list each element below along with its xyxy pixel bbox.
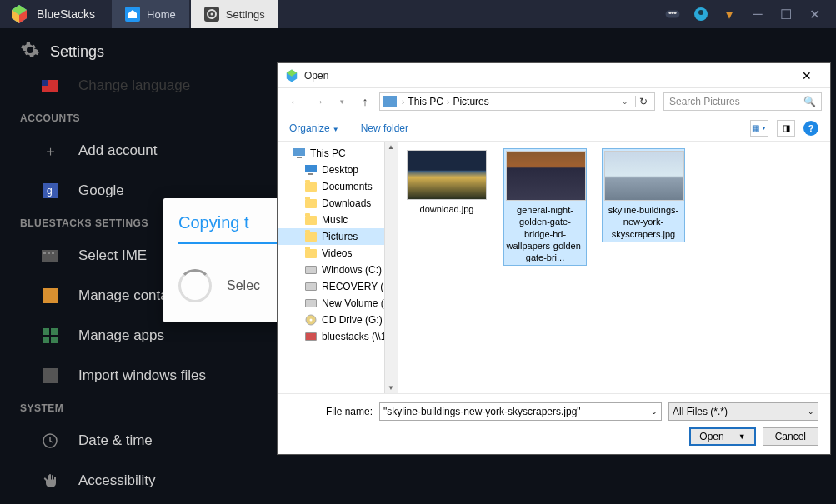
tree-music[interactable]: Music [278,212,398,228]
new-folder-button[interactable]: New folder [361,122,408,134]
minimize-icon[interactable]: ─ [749,6,766,22]
chevron-right-icon: › [447,97,449,107]
tab-label: Home [147,8,176,21]
svg-point-7 [698,10,703,15]
chevron-down-icon: ⌄ [651,407,658,416]
breadcrumb-root[interactable]: This PC [408,96,443,107]
documents-icon [304,181,318,192]
pc-icon [293,147,306,159]
chevron-down-icon: ▼ [333,126,339,133]
svg-rect-13 [43,252,46,254]
nav-back-icon[interactable]: ← [286,95,304,108]
file-item[interactable]: general-night-golden-gate-bridge-hd-wall… [503,148,587,266]
tree-desktop[interactable]: Desktop [278,162,398,178]
file-list: download.jpg general-night-golden-gate-b… [398,142,830,393]
view-mode-button[interactable]: ▦▼ [750,120,768,137]
file-item[interactable]: skyline-buildings-new-york-skyscrapers.j… [602,148,685,242]
tree-drive-c[interactable]: Windows (C:) [278,262,398,278]
tree-drive-d[interactable]: RECOVERY (D:) [278,278,398,295]
file-thumbnail [604,151,684,201]
clock-icon [40,431,60,451]
google-icon: g [40,181,60,201]
organize-button[interactable]: Organize▼ [289,122,339,134]
dialog-titlebar: Open ✕ [278,63,830,88]
svg-rect-16 [43,288,58,303]
dialog-body: This PC Desktop Documents Downloads Musi… [278,142,830,393]
videos-icon [304,247,318,259]
drive-icon [304,264,318,276]
chevron-down-icon[interactable]: ▾ [721,6,738,22]
hand-icon [40,471,60,491]
desktop-icon [304,164,318,176]
filename-input[interactable]: "skyline-buildings-new-york-skyscrapers.… [379,402,662,421]
open-button[interactable]: Open ▼ [689,427,755,446]
tree-drive-g[interactable]: CD Drive (G:) [278,312,398,328]
address-bar[interactable]: › This PC › Pictures ⌄ ↻ [379,92,655,111]
tree-pictures[interactable]: Pictures [278,228,398,245]
nav-forward-icon[interactable]: → [309,95,328,108]
network-drive-icon [304,331,318,342]
svg-point-5 [674,12,677,14]
setting-label: Date & time [78,432,153,449]
copying-title: Copying t [178,213,282,232]
svg-rect-25 [305,165,317,172]
close-icon[interactable]: ✕ [806,6,823,22]
tree-videos[interactable]: Videos [278,245,398,262]
svg-rect-20 [51,337,58,343]
svg-text:g: g [47,185,53,197]
music-icon [304,214,318,226]
setting-label: Import windows files [78,367,206,384]
svg-rect-24 [297,157,302,158]
maximize-icon[interactable]: ☐ [778,6,794,22]
svg-point-4 [671,12,673,14]
tree-this-pc[interactable]: This PC [278,145,398,162]
drive-icon [304,281,318,292]
tab-settings[interactable]: Settings [191,0,278,28]
nav-recent-icon[interactable]: ▾ [333,97,351,106]
svg-rect-17 [43,328,49,335]
file-item[interactable]: download.jpg [405,148,488,217]
nav-up-icon[interactable]: ↑ [356,95,374,108]
page-title: Settings [50,43,104,61]
setting-accessibility[interactable]: Accessibility [0,461,836,501]
filename-value: "skyline-buildings-new-york-skyscrapers.… [383,406,581,417]
refresh-icon[interactable]: ↻ [635,96,651,107]
dialog-close-icon[interactable]: ✕ [790,69,823,82]
svg-rect-26 [308,173,313,175]
search-input[interactable]: Search Pictures 🔍 [663,92,822,111]
downloads-icon [304,197,318,209]
tree-downloads[interactable]: Downloads [278,195,398,212]
file-type-filter[interactable]: All Files (*.*) ⌄ [668,402,818,421]
address-dropdown-icon[interactable]: ⌄ [618,97,632,106]
cancel-button[interactable]: Cancel [763,427,818,446]
location-icon[interactable] [693,6,709,22]
file-thumbnail [506,151,586,201]
tab-home[interactable]: Home [112,0,189,28]
preview-pane-button[interactable]: ◨ [777,120,795,137]
tree-documents[interactable]: Documents [278,178,398,195]
app-name: BlueStacks [37,7,95,21]
users-icon[interactable] [664,6,681,22]
breadcrumb-folder[interactable]: Pictures [453,96,488,107]
file-name: general-night-golden-gate-bridge-hd-wall… [506,204,584,263]
folder-tree: This PC Desktop Documents Downloads Musi… [278,142,398,393]
setting-label: Select IME [78,247,147,264]
file-thumbnail [407,150,487,200]
tree-drive-f[interactable]: New Volume (F:) [278,295,398,312]
svg-rect-15 [52,252,54,254]
plus-icon: ＋ [40,141,60,161]
filename-label: File name: [289,406,373,417]
svg-point-3 [668,12,671,14]
gear-icon [20,40,40,64]
tree-scrollbar[interactable] [384,142,398,393]
contacts-icon [40,286,60,306]
svg-point-1 [210,13,213,16]
gear-icon [204,7,219,22]
tree-network-bluestacks[interactable]: bluestacks (\\10. [278,328,398,345]
keyboard-icon [40,246,60,266]
flag-icon [40,76,60,96]
svg-point-28 [310,319,313,322]
help-icon[interactable]: ? [803,121,818,136]
open-split-icon[interactable]: ▼ [733,432,746,441]
home-icon [125,7,140,22]
